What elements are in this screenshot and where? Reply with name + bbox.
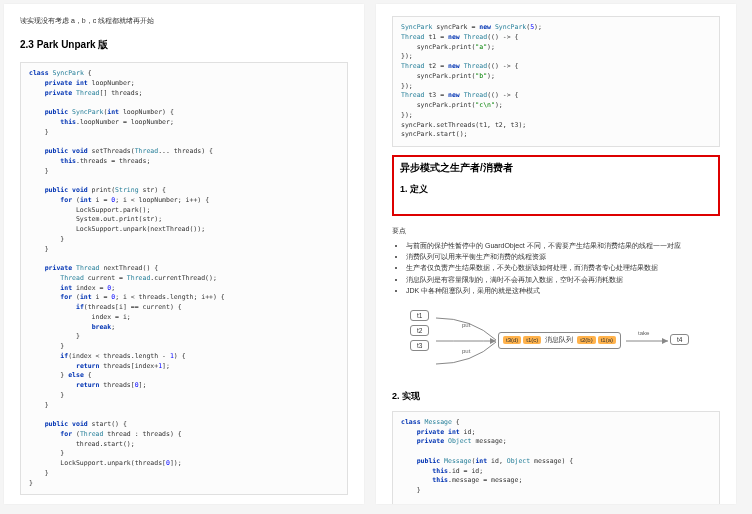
put-label: put [462,348,470,354]
definition-heading: 1. 定义 [400,183,712,196]
producer-consumer-diagram: t1 t2 t3 put put t3(d) t1(c) 消息队列 t2(b) … [392,306,720,376]
page-left: 读实现没有考虑 a，b，c 线程都就绪再开始 2.3 Park Unpark 版… [4,4,364,504]
message-queue: t3(d) t1(c) 消息队列 t2(b) t1(a) [498,332,621,349]
queue-label: 消息队列 [543,336,575,345]
code-block-message: class Message { private int id; private … [392,411,720,504]
list-item: 消费队列可以用来平衡生产和消费的线程资源 [406,251,720,262]
key-points-label: 要点 [392,226,720,236]
put-label: put [462,322,470,328]
list-item: JDK 中各种阻塞队列，采用的就是这种模式 [406,285,720,296]
producer-nodes: t1 t2 t3 [410,310,429,351]
implementation-heading: 2. 实现 [392,390,720,403]
list-item: 消息队列是有容量限制的，满时不会再加入数据，空时不会再消耗数据 [406,274,720,285]
async-pattern-heading: 异步模式之生产者/消费者 [400,161,712,175]
list-item: 与前面的保护性暂停中的 GuardObject 不同，不需要产生结果和消费结果的… [406,240,720,251]
take-label: take [638,330,649,336]
producer-node: t1 [410,310,429,321]
queue-slot: t3(d) [503,336,521,344]
queue-slot: t1(a) [598,336,616,344]
producer-node: t2 [410,325,429,336]
code-block-usage: SyncPark syncPark = new SyncPark(5); Thr… [392,16,720,147]
section-heading-park-unpark: 2.3 Park Unpark 版 [20,38,348,52]
consumer-node: t4 [670,334,689,345]
page-right: SyncPark syncPark = new SyncPark(5); Thr… [376,4,736,504]
key-points-list: 与前面的保护性暂停中的 GuardObject 不同，不需要产生结果和消费结果的… [392,240,720,296]
queue-slot: t2(b) [577,336,595,344]
intro-text: 读实现没有考虑 a，b，c 线程都就绪再开始 [20,16,348,26]
producer-node: t3 [410,340,429,351]
svg-marker-1 [490,338,496,344]
code-block-syncpark: class SyncPark { private int loopNumber;… [20,62,348,495]
list-item: 生产者仅负责产生结果数据，不关心数据该如何处理，而消费者专心处理结果数据 [406,262,720,273]
svg-marker-0 [662,338,668,344]
highlighted-section: 异步模式之生产者/消费者 1. 定义 [392,155,720,216]
queue-slot: t1(c) [523,336,541,344]
